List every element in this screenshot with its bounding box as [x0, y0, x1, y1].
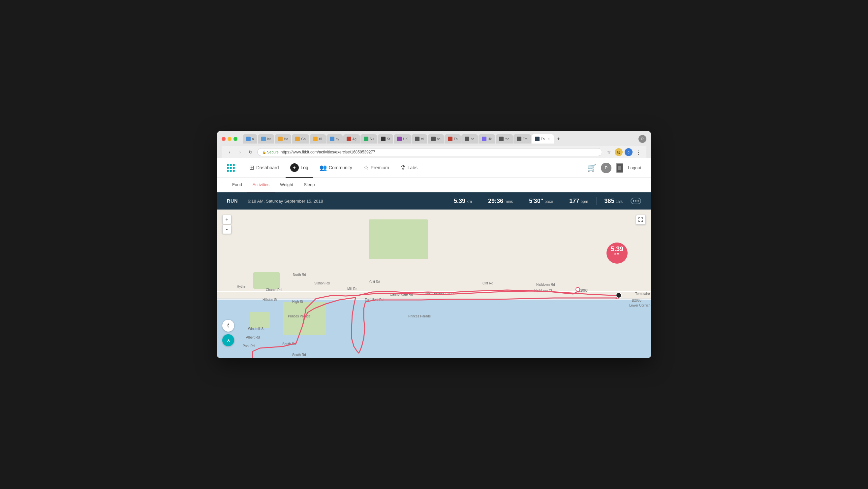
browser-window: n Int Ho Go #1: [217, 131, 651, 358]
fullscreen-button[interactable]: [636, 215, 646, 225]
browser-tab[interactable]: ha: [428, 134, 444, 144]
attribution-button[interactable]: [222, 334, 234, 346]
map-compass[interactable]: [222, 320, 234, 332]
map-label-naildown-ct: Naildown Ct: [534, 289, 552, 292]
logout-button[interactable]: Logout: [628, 165, 641, 170]
browser-tab[interactable]: Int: [258, 134, 274, 144]
sub-nav-food[interactable]: Food: [227, 178, 247, 192]
cart-icon[interactable]: 🛒: [587, 164, 596, 172]
tab-favicon: [246, 137, 251, 141]
browser-tab[interactable]: Go: [292, 134, 309, 144]
sub-nav-activities[interactable]: Activities: [247, 178, 275, 192]
food-label: Food: [232, 182, 242, 187]
nav-community[interactable]: 👥 Community: [315, 158, 357, 178]
zoom-out-button[interactable]: -: [222, 225, 231, 234]
tab-label: Int: [267, 137, 271, 141]
tab-favicon: [261, 137, 266, 141]
user-avatar[interactable]: P: [601, 163, 612, 173]
browser-extension2-icon[interactable]: d: [625, 148, 632, 156]
map-attribution[interactable]: [222, 334, 234, 346]
browser-tab[interactable]: Ag: [343, 134, 360, 144]
map-park-4: [253, 272, 280, 289]
map-fullscreen[interactable]: [636, 215, 646, 225]
map-label-station-rd: Station Rd: [314, 282, 330, 285]
browser-tab[interactable]: Th: [444, 134, 461, 144]
lock-icon: 🔒: [262, 150, 266, 154]
nav-dashboard[interactable]: ⊞ Dashboard: [245, 158, 284, 178]
user-profile-icon[interactable]: P: [639, 135, 646, 143]
close-button[interactable]: [222, 137, 225, 141]
sub-nav-sleep[interactable]: Sleep: [299, 178, 320, 192]
tab-label: Su: [370, 137, 374, 141]
maximize-button[interactable]: [234, 137, 238, 141]
secure-text: Secure: [267, 150, 279, 154]
browser-tab[interactable]: UK: [394, 134, 411, 144]
more-options-icon[interactable]: ⋮: [634, 148, 643, 156]
tab-close-icon[interactable]: ✕: [547, 137, 550, 141]
avatar-initials: P: [605, 166, 608, 170]
map-sea: [217, 298, 651, 358]
map-label-earlsfield: Earlsfield Rd: [365, 298, 383, 301]
browser-tab[interactable]: Ho: [275, 134, 291, 144]
browser-extension-icon[interactable]: ◎: [615, 148, 623, 156]
more-options-button[interactable]: [630, 198, 641, 204]
activity-type: RUN: [227, 198, 238, 204]
bookmark-icon[interactable]: ☆: [605, 148, 613, 156]
sub-nav-weight[interactable]: Weight: [275, 178, 299, 192]
pace-unit: pace: [545, 199, 553, 204]
browser-controls: n Int Ho Go #1: [222, 134, 646, 144]
watch-icon[interactable]: [616, 163, 623, 173]
browser-tab-active[interactable]: Fo ✕: [532, 134, 554, 144]
nav-right: 🛒 P Logout: [587, 163, 641, 173]
nav-labs[interactable]: ⚗ Labs: [396, 158, 422, 178]
browser-tab[interactable]: Fre: [514, 134, 531, 144]
compass-button[interactable]: [222, 320, 234, 332]
tab-label: #1: [319, 137, 322, 141]
browser-tab[interactable]: Uk: [478, 134, 495, 144]
browser-tab[interactable]: tri: [411, 134, 427, 144]
forward-button[interactable]: ›: [236, 148, 244, 156]
address-bar[interactable]: 🔒 Secure https://www.fitbit.com/activiti…: [257, 148, 602, 156]
activity-datetime: 6:18 AM, Saturday September 15, 2018: [248, 199, 447, 204]
svg-marker-1: [227, 326, 229, 328]
sleep-label: Sleep: [304, 182, 315, 187]
browser-tab[interactable]: :ha: [496, 134, 513, 144]
back-button[interactable]: ‹: [225, 148, 234, 156]
map-label-albert: Albert Rd: [246, 336, 260, 339]
community-icon: 👥: [319, 164, 327, 171]
map-park-2: [283, 302, 326, 335]
cals-value: 385: [604, 198, 614, 205]
map-label-high-st: High St: [292, 300, 303, 304]
time-value: 29:36: [488, 198, 503, 205]
tab-label: Ho: [284, 137, 288, 141]
stat-divider: [521, 197, 521, 205]
community-label: Community: [329, 165, 352, 170]
distance-marker: 5.39 KM: [606, 242, 628, 269]
zoom-in-button[interactable]: +: [222, 215, 231, 224]
weight-label: Weight: [280, 182, 293, 187]
browser-tab[interactable]: Su: [361, 134, 377, 144]
minimize-button[interactable]: [227, 137, 231, 141]
tab-label: UK: [403, 137, 408, 141]
stat-bpm: 177 bpm: [569, 198, 588, 205]
browser-tabs: n Int Ho Go #1: [243, 134, 634, 144]
browser-tab[interactable]: ha: [461, 134, 477, 144]
browser-tab[interactable]: #1: [310, 134, 326, 144]
log-icon: +: [290, 163, 299, 172]
browser-tab[interactable]: n: [243, 134, 257, 144]
map-container[interactable]: + -: [217, 209, 651, 358]
activities-label: Activities: [253, 182, 270, 187]
fitbit-dots-logo: [227, 164, 235, 172]
logo-dot: [230, 170, 232, 172]
nav-log[interactable]: + Log: [286, 158, 313, 178]
labs-icon: ⚗: [400, 164, 406, 171]
map-park-1: [369, 220, 428, 259]
reload-button[interactable]: ↻: [247, 148, 255, 156]
more-dot: [635, 200, 637, 202]
stat-divider: [480, 197, 480, 205]
browser-tab[interactable]: St: [378, 134, 393, 144]
new-tab-button[interactable]: +: [554, 135, 562, 143]
nav-premium[interactable]: ☆ Premium: [359, 158, 394, 178]
fitbit-logo[interactable]: [227, 164, 235, 172]
browser-tab[interactable]: ny: [327, 134, 343, 144]
